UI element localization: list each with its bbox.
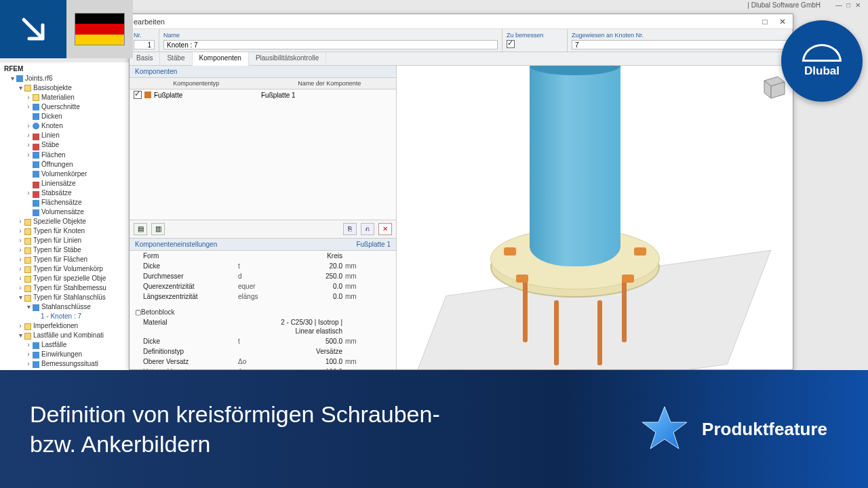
logo-text: Dlubal: [804, 64, 840, 78]
country-badge: [0, 0, 133, 58]
settings-properties[interactable]: FormKreisDicket20.0mmDurchmesserd250.0mm…: [130, 251, 396, 370]
dialog-title: earbeiten: [134, 18, 165, 26]
tab-komponenten[interactable]: Komponenten: [193, 52, 249, 66]
components-table-header: Komponententyp Name der Komponente: [130, 78, 396, 89]
tree-item[interactable]: Öffnungen: [41, 161, 73, 168]
anchor-rod: [523, 277, 528, 342]
tree-item-selected[interactable]: 1 - Knoten : 7: [41, 312, 81, 320]
arrow-down-right-icon: [18, 14, 48, 44]
delete-component-button[interactable]: ✕: [378, 223, 392, 235]
tree-item[interactable]: Bemessungssituati: [41, 360, 98, 367]
tree-item[interactable]: Typen für Stahlanschlüs: [33, 293, 106, 301]
tree-basisobjekte[interactable]: Basisobjekte: [33, 84, 72, 92]
hdr-name-label: Name: [163, 32, 498, 39]
anchor-nut: [516, 274, 528, 283]
tree-item[interactable]: Querschnitte: [41, 103, 80, 110]
tab-staebe[interactable]: Stäbe: [160, 52, 192, 65]
copy-component-button[interactable]: ▥: [151, 223, 165, 235]
property-row[interactable]: DefinitionstypVersätze: [130, 346, 396, 357]
tree-item[interactable]: Typen für Volumenkörp: [33, 265, 103, 272]
tree-item[interactable]: Typen für spezielle Obje: [33, 274, 106, 282]
property-row[interactable]: Unterer VersatzΔu100.0mm: [130, 367, 396, 370]
property-row[interactable]: Durchmesserd250.0mm: [130, 271, 396, 281]
anchor-nut: [634, 247, 646, 256]
tree-root[interactable]: Joints.rf6: [25, 75, 53, 82]
settings-title-left: Komponenteneinstellungen: [135, 241, 217, 248]
property-row[interactable]: Längsexzentrizitätelängs0.0mm: [130, 291, 396, 302]
tree-item[interactable]: Materialien: [41, 94, 75, 101]
tree-item[interactable]: Volumenkörper: [41, 170, 87, 178]
tab-basis[interactable]: Basis: [130, 52, 160, 65]
star-icon: [639, 404, 690, 454]
hdr-bemessen-label: Zu bemessen: [507, 32, 563, 39]
tree-item[interactable]: Spezielle Objekte: [33, 218, 86, 225]
hdr-assign-value[interactable]: 7: [572, 40, 788, 49]
view-cube-gizmo[interactable]: [757, 71, 787, 101]
anchor-rod: [622, 277, 627, 342]
dlubal-logo: Dlubal: [781, 20, 863, 102]
components-toolbar: ▤ ▥ ⎘ ⎌ ✕: [130, 220, 396, 239]
dialog-left-column: Komponenten Komponententyp Name der Komp…: [130, 66, 397, 369]
feature-banner: Definition von kreisförmigen Schrauben- …: [0, 370, 868, 488]
navigator-tree[interactable]: RFEM ▾Joints.rf6 ▾Basisobjekte ›Material…: [0, 62, 142, 370]
tree-item[interactable]: Lastfälle: [41, 341, 66, 348]
hdr-nr-value[interactable]: 1: [134, 40, 155, 49]
feature-text: Produktfeature: [702, 419, 827, 440]
tree-item[interactable]: Typen für Linien: [33, 237, 81, 244]
tool-button[interactable]: ⎌: [361, 223, 374, 235]
component-color-swatch: [144, 92, 151, 98]
dialog-tabs[interactable]: Basis Stäbe Komponenten Plausibilitätsko…: [130, 52, 793, 66]
tree-item[interactable]: Flächensätze: [41, 199, 81, 206]
language-flag: [66, 0, 133, 58]
tree-item[interactable]: Typen für Knoten: [33, 227, 85, 235]
tree-item[interactable]: Lastfälle und Kombinati: [33, 331, 104, 339]
tree-item[interactable]: Stäbe: [41, 141, 59, 148]
anchor-nut: [622, 274, 634, 283]
tree-item[interactable]: Stahlanschlüsse: [41, 303, 91, 310]
anchor-rod: [554, 300, 559, 365]
component-name: Fußplatte 1: [261, 92, 392, 99]
dialog-titlebar[interactable]: earbeiten □✕: [130, 14, 793, 29]
property-row[interactable]: Dicket500.0mm: [130, 336, 396, 346]
anchor-rod: [597, 300, 602, 365]
hdr-bemessen-checkbox[interactable]: [507, 40, 515, 48]
property-row[interactable]: Querexzentrizitätequer0.0mm: [130, 281, 396, 291]
tree-app-title: RFEM: [1, 64, 142, 74]
property-row[interactable]: Material2 - C25/30 | Isotrop | Linear el…: [130, 317, 396, 336]
component-row[interactable]: Fußplatte Fußplatte 1: [130, 89, 396, 100]
tree-item[interactable]: Typen für Stäbe: [33, 246, 81, 253]
property-row[interactable]: Oberer VersatzΔo100.0mm: [130, 357, 396, 367]
component-checkbox[interactable]: [134, 91, 142, 99]
hdr-nr-label: Nr.: [134, 32, 155, 39]
dialog-window-controls[interactable]: □✕: [759, 17, 789, 26]
feature-label: Produktfeature: [639, 404, 868, 454]
tree-item[interactable]: Einwirkungen: [41, 350, 82, 358]
tree-item[interactable]: Flächen: [41, 151, 66, 159]
bridge-icon: [802, 44, 842, 62]
add-component-button[interactable]: ▤: [134, 223, 147, 235]
property-row[interactable]: Dicket20.0mm: [130, 261, 396, 271]
tree-item[interactable]: Volumensätze: [41, 208, 84, 216]
tree-item[interactable]: Typen für Stahlbemessu: [33, 284, 106, 291]
col-name: Name der Komponente: [263, 78, 397, 89]
settings-title-right: Fußplatte 1: [356, 241, 391, 248]
tree-item[interactable]: Knoten: [41, 122, 63, 129]
hdr-name-value[interactable]: Knoten : 7: [163, 40, 498, 49]
svg-marker-3: [642, 407, 687, 449]
tree-item[interactable]: Dicken: [41, 113, 62, 120]
property-row[interactable]: FormKreis: [130, 251, 396, 261]
tree-item[interactable]: Linien: [41, 131, 60, 139]
app-window-buttons[interactable]: —□✕: [834, 1, 863, 9]
tree-item[interactable]: Typen für Flächen: [33, 256, 87, 263]
app-title-suffix: | Dlubal Software GmbH: [747, 1, 821, 9]
tree-item[interactable]: Stabsätze: [41, 189, 71, 197]
germany-flag-icon: [75, 13, 125, 45]
group-betonblock[interactable]: Betonblock: [141, 308, 174, 317]
tab-plausibilitaet[interactable]: Plausibilitätskontrolle: [249, 52, 326, 65]
tool-button[interactable]: ⎘: [343, 223, 357, 235]
tree-item[interactable]: Liniensätze: [41, 180, 76, 187]
tree-item[interactable]: Imperfektionen: [33, 322, 78, 329]
close-icon: ✕: [776, 17, 789, 26]
arrow-corner: [0, 0, 66, 58]
3d-viewport[interactable]: [397, 66, 793, 369]
